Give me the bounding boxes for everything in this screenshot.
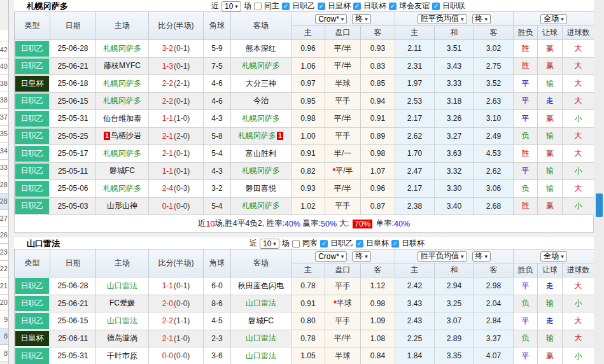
match-date: 25-05-03 [50,198,96,216]
scope-select[interactable]: 全场 [540,14,567,24]
away-team-name[interactable]: 札幌冈萨多 [242,60,280,71]
home-team-name[interactable]: 山口雷法 [107,281,137,291]
score-cell: 3-2(0-1) [149,40,204,58]
odds-away: 1.08 [361,330,395,348]
result-handicap: 赢 [538,110,563,128]
home-team-name[interactable]: 仙台维加泰 [103,113,141,124]
half-time-score: (1-1) [174,316,190,325]
result-win-draw-loss: 胜 [514,40,538,58]
avg-home-odds: 2.62 [395,128,435,146]
away-team-name[interactable]: 磐城FC [248,316,274,326]
away-team-name[interactable]: 秋田蓝色闪电 [238,281,284,291]
result-goals-line: 大 [563,330,594,348]
away-team-name[interactable]: 札幌冈萨多 [242,200,280,211]
home-team-name[interactable]: 山口雷法 [107,316,137,326]
score-cell: 2-1(1-0) [149,330,204,348]
home-team-name[interactable]: FC爱媛 [109,298,135,309]
home-team-name[interactable]: 藤枝MYFC [104,60,141,71]
avg-type-select[interactable]: 胜平负均值 [418,14,467,24]
match-row: 日职乙 25-05-31 仙台维加泰 1-1(1-0) 4-3 札幌冈萨多 0.… [15,110,594,128]
avg-away-odds: 3.10 [474,110,514,128]
avg-state-select[interactable]: 终 [472,251,491,262]
league-checkbox-jleague1[interactable] [432,3,440,10]
odds-handicap: 平手 [325,277,361,295]
match-row: 日职乙 25-06-28 山口雷法 1-1(0-1) 6-0 秋田蓝色闪电 0.… [15,277,594,295]
match-row: 日职乙 25-05-03 山形山神 0-1(0-0) 5-4 札幌冈萨多 1.0… [15,198,594,216]
league-checkbox-emperors-cup[interactable] [318,3,325,10]
away-team-name[interactable]: 山口雷法 [246,333,276,344]
away-team-name[interactable]: 熊本深红 [246,43,276,54]
league-checkbox-emperors-cup[interactable] [356,240,363,248]
league-checkbox-league-cup[interactable] [391,240,399,248]
league-checkbox-league-cup[interactable] [353,3,361,10]
away-team-name[interactable]: 大分三神 [246,78,276,89]
odds-state-select[interactable]: 终 [352,14,371,24]
league-type-badge: 日职乙 [15,313,49,329]
odds-home: 0.96 [291,40,325,58]
away-team-name[interactable]: 山口雷法 [246,298,276,309]
same-away-checkbox[interactable] [292,240,300,248]
avg-home-odds: 2.53 [395,93,435,111]
table-header: 类型 日期 主场 比分(半场) 角球 客场 Crow* 终 胜平负均值 终 全场… [14,11,594,40]
result-goals-line: 小 [563,295,594,313]
result-handicap: 输 [538,180,563,198]
league-checkbox-jleague2[interactable] [282,3,290,10]
match-date: 25-05-31 [50,347,96,364]
odds-home: 0.82 [291,163,325,181]
home-team-name[interactable]: 札幌冈萨多 [103,95,141,106]
match-type-cell: 日职乙 [15,58,50,76]
avg-state-select[interactable]: 终 [472,14,491,24]
avg-away-odds: 4.53 [474,145,514,163]
home-team-name[interactable]: 札幌冈萨多 [103,148,141,159]
odds-company-select[interactable]: Crow* [315,251,347,262]
home-team-name[interactable]: 鸟栖沙岩 [111,130,141,141]
away-team-name[interactable]: 山口雷法 [246,351,276,361]
half-time-score: (0-1) [174,44,190,53]
scrollbar-thumb[interactable] [596,193,603,217]
odds-home: 0.91 [291,295,325,313]
result-goals-line: 大 [563,93,594,111]
odds-away: 0.87 [361,198,395,216]
league-checkbox-club-friendly[interactable] [389,3,397,10]
match-date: 25-06-15 [50,93,96,111]
handicap-text: 平/半 [335,165,353,176]
odds-state-select[interactable]: 终 [352,251,371,262]
away-team-name[interactable]: 札幌冈萨多 [242,165,280,176]
home-team-name[interactable]: 千叶市原 [107,351,137,361]
odds-away: 0.98 [361,295,395,313]
recent-count-select[interactable]: 10 [260,239,279,249]
half-time-score: (1-0) [174,114,190,123]
home-team-name[interactable]: 德岛漩涡 [107,333,137,344]
home-team-name[interactable]: 札幌冈萨多 [103,78,141,89]
recent-count-select[interactable]: 10 [221,1,241,11]
col-header-home: 主场 [96,249,149,277]
half-time-score: (0-1) [174,62,190,71]
away-team-cell: 大分三神 [231,75,291,93]
away-team-name[interactable]: 札幌冈萨多 [238,130,276,141]
col-header-date: 日期 [50,249,96,277]
league-type-badge: 日职乙 [15,181,49,197]
home-team-name[interactable]: 磐城FC [109,165,135,176]
odds-handicap: 平/半 [325,40,361,58]
odds-company-select[interactable]: Crow* [315,14,347,24]
scope-select[interactable]: 全场 [540,251,567,262]
score-cell: 2-2(0-1) [149,93,204,111]
col-header-type: 类型 [15,12,50,40]
full-time-score: 2-4 [162,184,173,193]
home-team-name[interactable]: 札幌冈萨多 [103,43,141,54]
league-checkbox-jleague2[interactable] [320,240,328,248]
league-label: 日皇杯 [366,238,389,249]
score-cell: 2-1(2-0) [149,128,204,146]
away-team-name[interactable]: 今治 [253,95,269,106]
same-home-checkbox[interactable] [254,3,262,10]
odds-home: 1.05 [291,347,325,364]
home-team-name[interactable]: 札幌冈萨多 [103,183,141,194]
away-team-name[interactable]: 富山胜利 [246,148,276,159]
away-team-name[interactable]: 札幌冈萨多 [242,113,280,124]
match-date: 25-06-21 [50,58,96,76]
avg-type-select[interactable]: 胜平负均值 [418,251,467,262]
corner-count: 4-6 [204,75,231,93]
home-team-name[interactable]: 山形山神 [107,200,137,211]
avg-home-odds: 2.11 [395,40,435,58]
away-team-name[interactable]: 磐田喜悦 [246,183,276,194]
